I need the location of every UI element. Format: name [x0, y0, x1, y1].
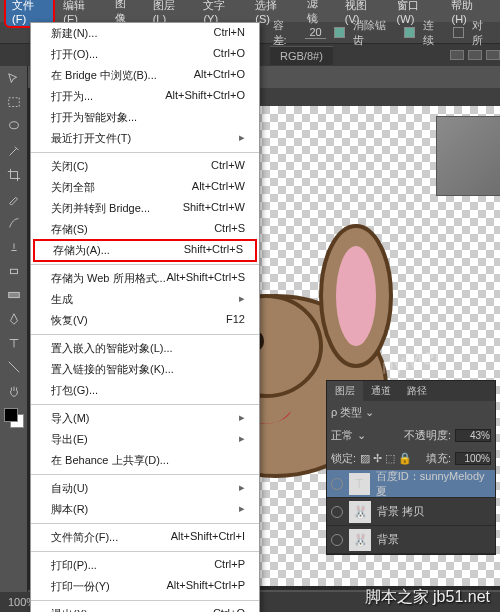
- layer-list: T百度ID：sunnyMelody夏🐰背景 拷贝🐰背景: [327, 470, 495, 554]
- layer-name: 百度ID：sunnyMelody夏: [376, 469, 491, 499]
- menu-item[interactable]: 关闭(C)Ctrl+W: [31, 156, 259, 177]
- layer-thumb: T: [349, 473, 370, 495]
- menu-item[interactable]: 自动(U): [31, 478, 259, 499]
- menu-item[interactable]: 存储为 Web 所用格式...Alt+Shift+Ctrl+S: [31, 268, 259, 289]
- foreground-swatch[interactable]: [4, 408, 18, 422]
- gradient-tool[interactable]: [2, 284, 26, 306]
- fill-input[interactable]: [455, 452, 491, 465]
- color-swatches[interactable]: [4, 408, 24, 428]
- menu-item[interactable]: 最近打开文件(T): [31, 128, 259, 149]
- sample-label: 对所: [472, 18, 494, 48]
- visibility-icon[interactable]: [331, 506, 343, 518]
- opacity-input[interactable]: [455, 429, 491, 442]
- svg-rect-0: [9, 98, 20, 107]
- sample-checkbox[interactable]: [453, 27, 464, 38]
- visibility-icon[interactable]: [331, 478, 343, 490]
- svg-rect-2: [11, 269, 18, 273]
- eyedropper-tool[interactable]: [2, 188, 26, 210]
- menu-item[interactable]: 打开为...Alt+Shift+Ctrl+O: [31, 86, 259, 107]
- tolerance-value[interactable]: 20: [305, 26, 325, 39]
- window-close-button[interactable]: [486, 50, 500, 60]
- menu-filter[interactable]: 滤镜: [299, 0, 337, 29]
- type-tool[interactable]: [2, 332, 26, 354]
- contiguous-label: 连续: [423, 18, 445, 48]
- gray-rect-top: [436, 116, 500, 196]
- footer-watermark: 脚本之家 jb51.net: [365, 587, 490, 608]
- lasso-tool[interactable]: [2, 116, 26, 138]
- path-tool[interactable]: [2, 356, 26, 378]
- menu-item[interactable]: 新建(N)...Ctrl+N: [31, 23, 259, 44]
- channels-tab[interactable]: 通道: [363, 381, 399, 401]
- eraser-tool[interactable]: [2, 260, 26, 282]
- layer-thumb: 🐰: [349, 529, 371, 551]
- menu-item[interactable]: 打印一份(Y)Alt+Shift+Ctrl+P: [31, 576, 259, 597]
- menu-item[interactable]: 脚本(R): [31, 499, 259, 520]
- menu-item[interactable]: 置入链接的智能对象(K)...: [31, 359, 259, 380]
- svg-rect-3: [9, 292, 20, 297]
- layer-row[interactable]: 🐰背景: [327, 526, 495, 554]
- tolerance-label: 容差:: [273, 18, 298, 48]
- menu-item[interactable]: 关闭并转到 Bridge...Shift+Ctrl+W: [31, 198, 259, 219]
- menu-item[interactable]: 在 Bridge 中浏览(B)...Alt+Ctrl+O: [31, 65, 259, 86]
- menu-item[interactable]: 恢复(V)F12: [31, 310, 259, 331]
- document-tab[interactable]: RGB/8#): [270, 46, 333, 65]
- svg-point-1: [10, 122, 19, 129]
- menu-item[interactable]: 关闭全部Alt+Ctrl+W: [31, 177, 259, 198]
- paths-tab[interactable]: 路径: [399, 381, 435, 401]
- window-minimize-button[interactable]: [450, 50, 464, 60]
- menu-item[interactable]: 打开为智能对象...: [31, 107, 259, 128]
- layers-tab[interactable]: 图层: [327, 381, 363, 401]
- layer-name: 背景: [377, 532, 399, 547]
- menu-item[interactable]: 在 Behance 上共享(D)...: [31, 450, 259, 471]
- menu-item[interactable]: 文件简介(F)...Alt+Shift+Ctrl+I: [31, 527, 259, 548]
- lock-icons[interactable]: ▨ ✢ ⬚ 🔒: [360, 452, 412, 465]
- opacity-label: 不透明度:: [404, 428, 451, 443]
- menu-item[interactable]: 导入(M): [31, 408, 259, 429]
- menu-item[interactable]: 打印(P)...Ctrl+P: [31, 555, 259, 576]
- antialias-label: 消除锯齿: [353, 18, 397, 48]
- lock-label: 锁定:: [331, 451, 356, 466]
- menu-item[interactable]: 打开(O)...Ctrl+O: [31, 44, 259, 65]
- wand-tool[interactable]: [2, 140, 26, 162]
- menu-item[interactable]: 退出(X)Ctrl+Q: [31, 604, 259, 612]
- stamp-tool[interactable]: [2, 236, 26, 258]
- antialias-checkbox[interactable]: [334, 27, 345, 38]
- kind-filter[interactable]: ρ 类型 ⌄: [331, 405, 374, 420]
- menu-item[interactable]: 置入嵌入的智能对象(L)...: [31, 338, 259, 359]
- move-tool[interactable]: [2, 68, 26, 90]
- window-maximize-button[interactable]: [468, 50, 482, 60]
- marquee-tool[interactable]: [2, 92, 26, 114]
- menu-item[interactable]: 导出(E): [31, 429, 259, 450]
- menu-item[interactable]: 存储为(A)...Shift+Ctrl+S: [33, 239, 257, 262]
- toolbox: [0, 66, 28, 606]
- brush-tool[interactable]: [2, 212, 26, 234]
- layer-thumb: 🐰: [349, 501, 371, 523]
- layer-row[interactable]: 🐰背景 拷贝: [327, 498, 495, 526]
- hand-tool[interactable]: [2, 380, 26, 402]
- contiguous-checkbox[interactable]: [404, 27, 415, 38]
- layers-panel: 图层 通道 路径 ρ 类型 ⌄ 正常⌄ 不透明度: 锁定: ▨ ✢ ⬚ 🔒 填充…: [326, 380, 496, 555]
- menu-item[interactable]: 打包(G)...: [31, 380, 259, 401]
- layer-row[interactable]: T百度ID：sunnyMelody夏: [327, 470, 495, 498]
- fill-label: 填充:: [426, 451, 451, 466]
- menu-item[interactable]: 生成: [31, 289, 259, 310]
- file-menu-dropdown: 新建(N)...Ctrl+N打开(O)...Ctrl+O在 Bridge 中浏览…: [30, 22, 260, 612]
- blend-mode-select[interactable]: 正常: [331, 428, 353, 443]
- visibility-icon[interactable]: [331, 534, 343, 546]
- crop-tool[interactable]: [2, 164, 26, 186]
- pen-tool[interactable]: [2, 308, 26, 330]
- svg-point-6: [336, 246, 376, 346]
- layer-name: 背景 拷贝: [377, 504, 424, 519]
- menu-item[interactable]: 存储(S)Ctrl+S: [31, 219, 259, 240]
